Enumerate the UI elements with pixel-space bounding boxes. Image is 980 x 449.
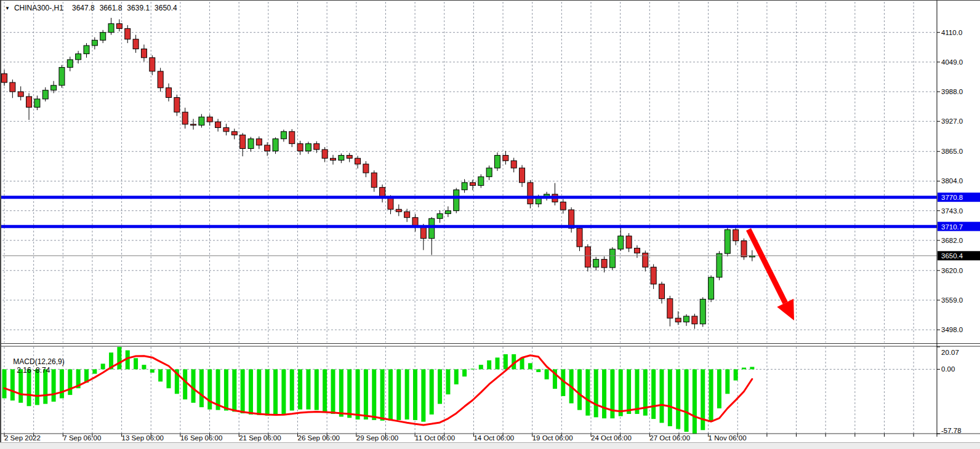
macd-bar: [117, 347, 121, 369]
candle: [314, 141, 319, 153]
candle: [503, 151, 508, 164]
chart-window: 4110.04049.03988.03927.03865.03804.03743…: [0, 0, 980, 449]
macd-bar: [536, 369, 540, 372]
candle-body-down: [355, 158, 361, 164]
macd-bar: [265, 369, 270, 415]
macd-name: MACD(12,26,9): [13, 357, 64, 366]
candle: [511, 158, 516, 173]
time-tick-label: 11 Oct 06:00: [415, 434, 455, 442]
price-tick-label: 3620.0: [941, 267, 963, 274]
candle: [265, 142, 270, 156]
time-tick-label: 24 Oct 06:00: [591, 434, 632, 442]
macd-bar: [232, 369, 236, 411]
candle-body-down: [420, 226, 426, 239]
macd-bar: [487, 360, 491, 370]
time-tick-label: 13 Sep 06:00: [122, 434, 164, 442]
candle: [651, 264, 656, 289]
candle-body-down: [577, 228, 582, 247]
macd-bar: [331, 369, 335, 414]
candle-body-down: [331, 158, 336, 160]
macd-bar: [405, 369, 409, 419]
chart-area[interactable]: 4110.04049.03988.03927.03865.03804.03743…: [0, 1, 980, 442]
candle: [116, 19, 122, 31]
macd-bar: [396, 369, 401, 420]
time-tick-label: 1 Nov 06:00: [709, 434, 747, 442]
candle-body-up: [478, 177, 484, 185]
candle: [709, 276, 714, 302]
macd-bar: [249, 369, 253, 414]
candle: [281, 130, 286, 142]
candle-body-down: [733, 229, 739, 240]
macd-bar: [446, 369, 450, 394]
candle-body-down: [388, 198, 393, 209]
candle: [67, 57, 73, 71]
macd-bar: [150, 369, 155, 372]
macd-bar: [709, 369, 713, 421]
price-axis[interactable]: 4110.04049.03988.03927.03865.03804.03743…: [937, 29, 963, 333]
candle-body-down: [741, 241, 747, 257]
macd-bar: [364, 369, 368, 419]
time-axis[interactable]: 2 Sep 20227 Sep 06:0013 Sep 06:0016 Sep …: [4, 434, 914, 442]
price-tick-label: 3743.0: [941, 207, 963, 215]
candle-body-down: [141, 49, 147, 58]
candle: [667, 296, 673, 327]
candle: [339, 153, 344, 163]
candle: [429, 217, 435, 255]
candle-body-up: [618, 236, 624, 249]
symbol-dropdown-icon[interactable]: ▼: [5, 6, 10, 11]
candle: [684, 314, 689, 326]
candle-body-up: [495, 156, 500, 169]
candle-body-down: [125, 28, 131, 39]
macd-bar: [281, 369, 286, 414]
candle-body-down: [347, 156, 352, 159]
candle-body-down: [240, 135, 246, 148]
candle-body-up: [42, 90, 48, 99]
macd-bar: [207, 369, 212, 409]
macd-bar: [462, 369, 467, 376]
candle-body-down: [511, 161, 516, 168]
quote-open: 3647.8: [72, 4, 95, 12]
candle: [569, 207, 574, 232]
candle-body-down: [215, 122, 221, 127]
candle: [593, 257, 599, 271]
candle-body-down: [150, 58, 155, 71]
macd-bar: [142, 365, 146, 369]
candle-body-up: [248, 139, 254, 149]
time-tick-label: 19 Oct 06:00: [532, 434, 573, 442]
macd-bar: [750, 367, 754, 369]
macd-bar: [470, 368, 475, 369]
candle-body-down: [322, 149, 327, 158]
macd-bar: [742, 368, 746, 370]
candle: [462, 179, 467, 193]
candle-body-down: [2, 74, 7, 82]
candle: [158, 68, 163, 92]
macd-signal-line: [4, 356, 752, 425]
candle: [470, 180, 475, 190]
macd-bar: [635, 369, 639, 414]
candle-body-up: [700, 299, 705, 324]
macd-bar: [380, 369, 385, 420]
macd-bar: [92, 369, 97, 373]
candle-body-down: [692, 316, 697, 324]
macd-bar: [438, 369, 442, 403]
candle-body-up: [709, 277, 714, 300]
macd-bar: [273, 369, 278, 415]
chart-canvas[interactable]: 4110.04049.03988.03927.03865.03804.03743…: [1, 1, 980, 442]
time-tick-label: 2 Sep 2022: [4, 434, 41, 442]
candle: [478, 174, 484, 188]
candle-body-down: [133, 39, 139, 49]
candle: [207, 114, 212, 125]
current-price-badge-label: 3650.4: [941, 252, 963, 260]
candle-body-up: [593, 260, 599, 268]
candle-body-down: [585, 247, 590, 267]
candle: [643, 250, 648, 271]
candle-body-down: [265, 145, 270, 151]
candle: [191, 119, 196, 129]
candle: [454, 188, 459, 213]
price-tick-label: 3559.0: [941, 296, 963, 304]
macd-bar: [372, 369, 376, 420]
candle-body-down: [651, 267, 656, 284]
macd-bar: [430, 369, 434, 414]
candle-body-down: [166, 88, 172, 98]
candle-body-up: [486, 168, 492, 177]
